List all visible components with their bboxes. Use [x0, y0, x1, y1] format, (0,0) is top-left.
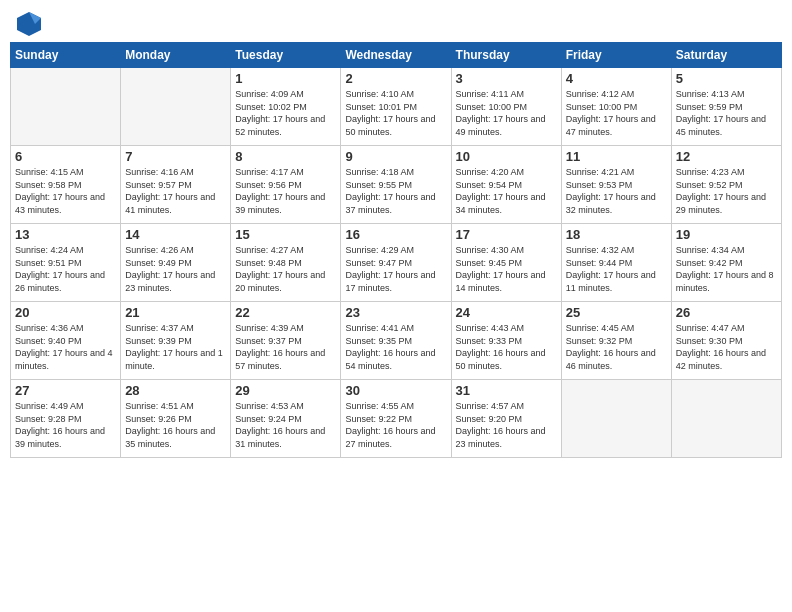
day-info: Sunrise: 4:27 AMSunset: 9:48 PMDaylight:… — [235, 244, 336, 294]
week-row-5: 27Sunrise: 4:49 AMSunset: 9:28 PMDayligh… — [11, 380, 782, 458]
day-number: 5 — [676, 71, 777, 86]
day-number: 27 — [15, 383, 116, 398]
day-info: Sunrise: 4:43 AMSunset: 9:33 PMDaylight:… — [456, 322, 557, 372]
calendar-cell: 21Sunrise: 4:37 AMSunset: 9:39 PMDayligh… — [121, 302, 231, 380]
day-info: Sunrise: 4:53 AMSunset: 9:24 PMDaylight:… — [235, 400, 336, 450]
day-info: Sunrise: 4:13 AMSunset: 9:59 PMDaylight:… — [676, 88, 777, 138]
day-number: 22 — [235, 305, 336, 320]
calendar-cell: 22Sunrise: 4:39 AMSunset: 9:37 PMDayligh… — [231, 302, 341, 380]
col-header-tuesday: Tuesday — [231, 43, 341, 68]
day-number: 2 — [345, 71, 446, 86]
day-number: 14 — [125, 227, 226, 242]
calendar-cell: 25Sunrise: 4:45 AMSunset: 9:32 PMDayligh… — [561, 302, 671, 380]
day-info: Sunrise: 4:24 AMSunset: 9:51 PMDaylight:… — [15, 244, 116, 294]
day-number: 31 — [456, 383, 557, 398]
calendar-cell: 19Sunrise: 4:34 AMSunset: 9:42 PMDayligh… — [671, 224, 781, 302]
calendar-cell: 11Sunrise: 4:21 AMSunset: 9:53 PMDayligh… — [561, 146, 671, 224]
day-number: 26 — [676, 305, 777, 320]
day-info: Sunrise: 4:15 AMSunset: 9:58 PMDaylight:… — [15, 166, 116, 216]
day-info: Sunrise: 4:23 AMSunset: 9:52 PMDaylight:… — [676, 166, 777, 216]
day-info: Sunrise: 4:49 AMSunset: 9:28 PMDaylight:… — [15, 400, 116, 450]
day-info: Sunrise: 4:32 AMSunset: 9:44 PMDaylight:… — [566, 244, 667, 294]
day-number: 13 — [15, 227, 116, 242]
week-row-1: 1Sunrise: 4:09 AMSunset: 10:02 PMDayligh… — [11, 68, 782, 146]
day-info: Sunrise: 4:36 AMSunset: 9:40 PMDaylight:… — [15, 322, 116, 372]
day-number: 1 — [235, 71, 336, 86]
calendar-cell: 9Sunrise: 4:18 AMSunset: 9:55 PMDaylight… — [341, 146, 451, 224]
day-number: 6 — [15, 149, 116, 164]
day-info: Sunrise: 4:39 AMSunset: 9:37 PMDaylight:… — [235, 322, 336, 372]
day-info: Sunrise: 4:09 AMSunset: 10:02 PMDaylight… — [235, 88, 336, 138]
day-info: Sunrise: 4:30 AMSunset: 9:45 PMDaylight:… — [456, 244, 557, 294]
day-info: Sunrise: 4:47 AMSunset: 9:30 PMDaylight:… — [676, 322, 777, 372]
calendar-cell: 8Sunrise: 4:17 AMSunset: 9:56 PMDaylight… — [231, 146, 341, 224]
calendar-cell: 12Sunrise: 4:23 AMSunset: 9:52 PMDayligh… — [671, 146, 781, 224]
calendar-cell: 7Sunrise: 4:16 AMSunset: 9:57 PMDaylight… — [121, 146, 231, 224]
day-number: 17 — [456, 227, 557, 242]
calendar-cell: 31Sunrise: 4:57 AMSunset: 9:20 PMDayligh… — [451, 380, 561, 458]
day-number: 8 — [235, 149, 336, 164]
calendar-cell: 29Sunrise: 4:53 AMSunset: 9:24 PMDayligh… — [231, 380, 341, 458]
day-number: 18 — [566, 227, 667, 242]
calendar-cell — [561, 380, 671, 458]
day-info: Sunrise: 4:16 AMSunset: 9:57 PMDaylight:… — [125, 166, 226, 216]
col-header-monday: Monday — [121, 43, 231, 68]
calendar-cell — [121, 68, 231, 146]
calendar-cell: 3Sunrise: 4:11 AMSunset: 10:00 PMDayligh… — [451, 68, 561, 146]
calendar-cell: 20Sunrise: 4:36 AMSunset: 9:40 PMDayligh… — [11, 302, 121, 380]
week-row-4: 20Sunrise: 4:36 AMSunset: 9:40 PMDayligh… — [11, 302, 782, 380]
day-info: Sunrise: 4:12 AMSunset: 10:00 PMDaylight… — [566, 88, 667, 138]
logo — [14, 10, 44, 34]
day-info: Sunrise: 4:37 AMSunset: 9:39 PMDaylight:… — [125, 322, 226, 372]
col-header-sunday: Sunday — [11, 43, 121, 68]
page-header — [10, 10, 782, 34]
day-info: Sunrise: 4:45 AMSunset: 9:32 PMDaylight:… — [566, 322, 667, 372]
day-number: 7 — [125, 149, 226, 164]
calendar-cell: 28Sunrise: 4:51 AMSunset: 9:26 PMDayligh… — [121, 380, 231, 458]
calendar-cell: 14Sunrise: 4:26 AMSunset: 9:49 PMDayligh… — [121, 224, 231, 302]
day-number: 4 — [566, 71, 667, 86]
col-header-friday: Friday — [561, 43, 671, 68]
day-info: Sunrise: 4:29 AMSunset: 9:47 PMDaylight:… — [345, 244, 446, 294]
calendar-cell: 10Sunrise: 4:20 AMSunset: 9:54 PMDayligh… — [451, 146, 561, 224]
calendar-cell: 15Sunrise: 4:27 AMSunset: 9:48 PMDayligh… — [231, 224, 341, 302]
day-number: 11 — [566, 149, 667, 164]
calendar-cell — [671, 380, 781, 458]
day-number: 9 — [345, 149, 446, 164]
day-number: 29 — [235, 383, 336, 398]
day-info: Sunrise: 4:55 AMSunset: 9:22 PMDaylight:… — [345, 400, 446, 450]
day-info: Sunrise: 4:18 AMSunset: 9:55 PMDaylight:… — [345, 166, 446, 216]
calendar-cell: 4Sunrise: 4:12 AMSunset: 10:00 PMDayligh… — [561, 68, 671, 146]
day-info: Sunrise: 4:10 AMSunset: 10:01 PMDaylight… — [345, 88, 446, 138]
day-number: 21 — [125, 305, 226, 320]
calendar-cell: 26Sunrise: 4:47 AMSunset: 9:30 PMDayligh… — [671, 302, 781, 380]
day-info: Sunrise: 4:11 AMSunset: 10:00 PMDaylight… — [456, 88, 557, 138]
day-number: 25 — [566, 305, 667, 320]
calendar-cell: 23Sunrise: 4:41 AMSunset: 9:35 PMDayligh… — [341, 302, 451, 380]
calendar-cell: 13Sunrise: 4:24 AMSunset: 9:51 PMDayligh… — [11, 224, 121, 302]
calendar-cell: 6Sunrise: 4:15 AMSunset: 9:58 PMDaylight… — [11, 146, 121, 224]
calendar-cell: 2Sunrise: 4:10 AMSunset: 10:01 PMDayligh… — [341, 68, 451, 146]
day-info: Sunrise: 4:34 AMSunset: 9:42 PMDaylight:… — [676, 244, 777, 294]
calendar-cell: 5Sunrise: 4:13 AMSunset: 9:59 PMDaylight… — [671, 68, 781, 146]
day-number: 19 — [676, 227, 777, 242]
day-number: 24 — [456, 305, 557, 320]
calendar-cell: 27Sunrise: 4:49 AMSunset: 9:28 PMDayligh… — [11, 380, 121, 458]
day-info: Sunrise: 4:57 AMSunset: 9:20 PMDaylight:… — [456, 400, 557, 450]
day-number: 28 — [125, 383, 226, 398]
calendar-cell: 1Sunrise: 4:09 AMSunset: 10:02 PMDayligh… — [231, 68, 341, 146]
svg-marker-0 — [17, 12, 41, 36]
day-info: Sunrise: 4:21 AMSunset: 9:53 PMDaylight:… — [566, 166, 667, 216]
day-info: Sunrise: 4:26 AMSunset: 9:49 PMDaylight:… — [125, 244, 226, 294]
day-info: Sunrise: 4:17 AMSunset: 9:56 PMDaylight:… — [235, 166, 336, 216]
day-number: 3 — [456, 71, 557, 86]
day-info: Sunrise: 4:51 AMSunset: 9:26 PMDaylight:… — [125, 400, 226, 450]
calendar-cell: 30Sunrise: 4:55 AMSunset: 9:22 PMDayligh… — [341, 380, 451, 458]
calendar-cell: 18Sunrise: 4:32 AMSunset: 9:44 PMDayligh… — [561, 224, 671, 302]
col-header-wednesday: Wednesday — [341, 43, 451, 68]
calendar-cell: 16Sunrise: 4:29 AMSunset: 9:47 PMDayligh… — [341, 224, 451, 302]
week-row-3: 13Sunrise: 4:24 AMSunset: 9:51 PMDayligh… — [11, 224, 782, 302]
calendar-table: SundayMondayTuesdayWednesdayThursdayFrid… — [10, 42, 782, 458]
day-number: 12 — [676, 149, 777, 164]
calendar-cell: 17Sunrise: 4:30 AMSunset: 9:45 PMDayligh… — [451, 224, 561, 302]
